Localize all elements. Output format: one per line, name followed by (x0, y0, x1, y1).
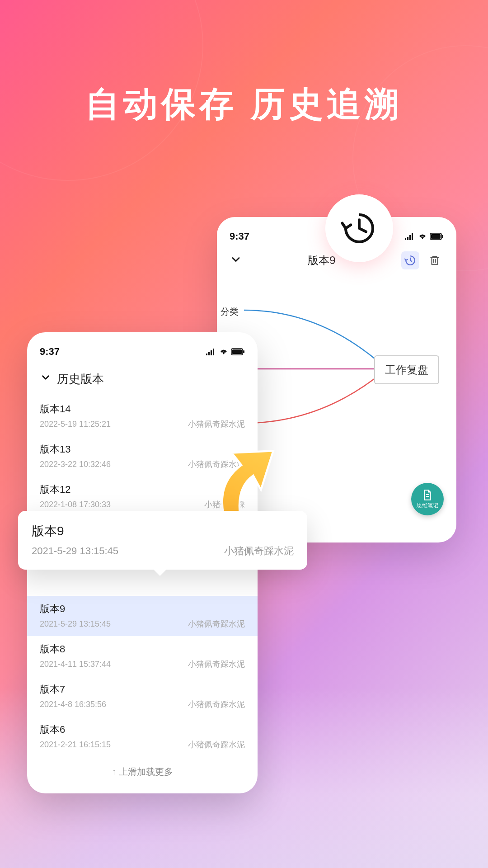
version-item-selected[interactable]: 版本9 2021-5-29 13:15:45 小猪佩奇踩水泥 (27, 596, 258, 636)
cellular-signal-icon (206, 348, 216, 355)
svg-rect-10 (213, 349, 214, 355)
version-item[interactable]: 版本8 2021-4-11 15:37:44 小猪佩奇踩水泥 (27, 636, 258, 676)
svg-rect-13 (243, 350, 244, 353)
history-title: 历史版本 (57, 371, 104, 387)
version-date: 2021-2-21 16:15:15 (40, 740, 111, 750)
version-date: 2022-5-19 11:25:21 (40, 420, 111, 429)
mindmap-root-node[interactable]: 工作复盘 (374, 355, 439, 384)
battery-icon (430, 233, 444, 240)
version-author: 小猪佩奇踩水泥 (188, 699, 245, 710)
document-icon (422, 489, 433, 501)
tooltip-tail (154, 570, 166, 576)
history-icon (339, 208, 380, 249)
history-feature-badge (325, 194, 393, 262)
version-item[interactable]: 版本14 2022-5-19 11:25:21 小猪佩奇踩水泥 (27, 396, 258, 436)
tooltip-version-name: 版本9 (32, 523, 294, 540)
version-author: 小猪佩奇踩水泥 (188, 618, 245, 629)
bg-decoration (0, 0, 203, 181)
version-name: 版本6 (40, 723, 245, 736)
svg-rect-6 (442, 235, 443, 238)
history-button[interactable] (401, 251, 419, 269)
status-icons (405, 233, 444, 240)
svg-rect-5 (431, 234, 441, 239)
tooltip-version-author: 小猪佩奇踩水泥 (224, 544, 294, 558)
status-time: 9:37 (230, 231, 249, 242)
version-name: 版本7 (40, 683, 245, 696)
wifi-icon (219, 348, 229, 355)
version-name: 版本14 (40, 402, 245, 416)
delete-button[interactable] (426, 251, 444, 269)
version-item[interactable]: 版本6 2021-2-21 16:15:15 小猪佩奇踩水泥 (27, 717, 258, 757)
back-button[interactable] (230, 253, 242, 268)
svg-rect-8 (208, 352, 210, 355)
svg-rect-3 (412, 233, 413, 240)
version-date: 2022-1-08 17:30:33 (40, 500, 111, 509)
app-bar: 版本9 (230, 251, 444, 269)
notes-fab[interactable]: 思维笔记 (411, 483, 444, 515)
version-author: 小猪佩奇踩水泥 (188, 739, 245, 750)
version-author: 小猪佩奇踩水泥 (188, 659, 245, 670)
svg-rect-7 (206, 354, 207, 355)
svg-rect-2 (409, 235, 411, 240)
version-name: 版本8 (40, 642, 245, 656)
svg-rect-1 (407, 237, 408, 240)
svg-rect-9 (211, 350, 212, 355)
document-title: 版本9 (308, 253, 335, 268)
history-header: 历史版本 (27, 367, 258, 396)
battery-icon (231, 348, 245, 355)
version-name: 版本9 (40, 602, 245, 616)
version-tooltip: 版本9 2021-5-29 13:15:45 小猪佩奇踩水泥 (18, 511, 307, 570)
load-more-hint: ↑ 上滑加载更多 (27, 757, 258, 787)
version-date: 2021-5-29 13:15:45 (40, 619, 111, 629)
svg-rect-12 (232, 349, 242, 354)
fab-label: 思维笔记 (417, 502, 438, 509)
wifi-icon (418, 233, 427, 240)
mindmap-node[interactable]: 分类 (221, 306, 239, 318)
back-button[interactable] (40, 372, 52, 387)
tooltip-version-date: 2021-5-29 13:15:45 (32, 545, 118, 557)
status-bar: 9:37 (27, 346, 258, 358)
version-date: 2022-3-22 10:32:46 (40, 460, 111, 469)
status-icons (206, 348, 245, 355)
version-date: 2021-4-11 15:37:44 (40, 660, 111, 669)
version-date: 2021-4-8 16:35:56 (40, 700, 106, 709)
svg-rect-0 (405, 238, 406, 240)
version-item[interactable]: 版本7 2021-4-8 16:35:56 小猪佩奇踩水泥 (27, 676, 258, 717)
cellular-signal-icon (405, 233, 415, 240)
status-time: 9:37 (40, 346, 60, 358)
version-author: 小猪佩奇踩水泥 (188, 419, 245, 429)
